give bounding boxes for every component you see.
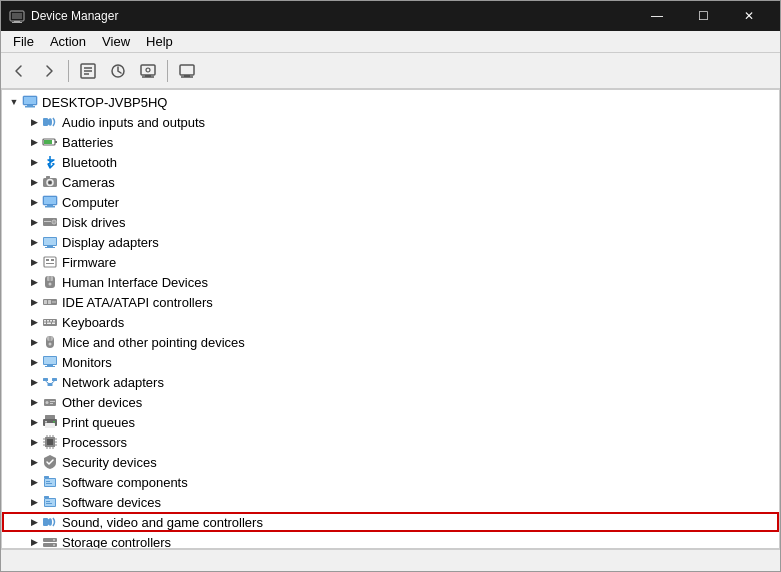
window-icon [9, 8, 25, 24]
device-manager-window: Device Manager — ☐ ✕ File Action View He… [0, 0, 781, 572]
software-components-arrow[interactable] [26, 474, 42, 490]
hid-arrow[interactable] [26, 274, 42, 290]
minimize-button[interactable]: — [634, 1, 680, 31]
software-devices-arrow[interactable] [26, 494, 42, 510]
tree-item-firmware[interactable]: Firmware [2, 252, 779, 272]
monitors-arrow[interactable] [26, 354, 42, 370]
tree-item-software-components[interactable]: Software components [2, 472, 779, 492]
tree-item-software-devices[interactable]: Software devices [2, 492, 779, 512]
other-devices-arrow[interactable] [26, 394, 42, 410]
maximize-button[interactable]: ☐ [680, 1, 726, 31]
keyboards-arrow[interactable] [26, 314, 42, 330]
network-arrow[interactable] [26, 374, 42, 390]
scan-button[interactable] [134, 57, 162, 85]
menu-file[interactable]: File [5, 32, 42, 51]
bluetooth-arrow[interactable] [26, 154, 42, 170]
tree-item-processors[interactable]: Processors [2, 432, 779, 452]
storage-arrow[interactable] [26, 534, 42, 549]
forward-button[interactable] [35, 57, 63, 85]
tree-item-cameras[interactable]: Cameras [2, 172, 779, 192]
svg-point-26 [49, 181, 52, 184]
security-arrow[interactable] [26, 454, 42, 470]
svg-rect-27 [46, 176, 50, 178]
svg-rect-31 [45, 206, 55, 208]
tree-item-security[interactable]: Security devices [2, 452, 779, 472]
disk-drives-arrow[interactable] [26, 214, 42, 230]
help-button[interactable] [173, 57, 201, 85]
display-adapters-label: Display adapters [62, 235, 159, 250]
tree-item-bluetooth[interactable]: Bluetooth [2, 152, 779, 172]
svg-rect-1 [12, 13, 22, 19]
sound-arrow[interactable] [26, 514, 42, 530]
cameras-icon [42, 174, 58, 190]
menu-action[interactable]: Action [42, 32, 94, 51]
menu-bar: File Action View Help [1, 31, 780, 53]
tree-item-ide[interactable]: IDE ATA/ATAPI controllers [2, 292, 779, 312]
menu-help[interactable]: Help [138, 32, 181, 51]
root-expand-arrow[interactable] [6, 94, 22, 110]
cameras-arrow[interactable] [26, 174, 42, 190]
firmware-label: Firmware [62, 255, 116, 270]
display-adapters-icon [42, 234, 58, 250]
back-button[interactable] [5, 57, 33, 85]
svg-rect-35 [44, 221, 51, 222]
toolbar-separator-1 [68, 60, 69, 82]
mice-label: Mice and other pointing devices [62, 335, 245, 350]
svg-rect-56 [53, 320, 55, 322]
tree-item-monitors[interactable]: Monitors [2, 352, 779, 372]
svg-rect-65 [44, 357, 56, 364]
update-driver-button[interactable] [104, 57, 132, 85]
svg-rect-75 [50, 401, 55, 402]
svg-rect-100 [44, 476, 49, 478]
tree-item-audio[interactable]: Audio inputs and outputs [2, 112, 779, 132]
properties-button[interactable] [74, 57, 102, 85]
tree-item-storage[interactable]: Storage controllers [2, 532, 779, 549]
svg-rect-49 [44, 300, 47, 304]
monitors-label: Monitors [62, 355, 112, 370]
batteries-label: Batteries [62, 135, 113, 150]
menu-view[interactable]: View [94, 32, 138, 51]
network-label: Network adapters [62, 375, 164, 390]
svg-rect-106 [43, 518, 48, 526]
svg-rect-37 [44, 238, 56, 245]
device-tree[interactable]: DESKTOP-JVBP5HQ Audio inputs and outputs [1, 89, 780, 549]
svg-rect-57 [44, 323, 46, 325]
tree-item-other-devices[interactable]: Other devices [2, 392, 779, 412]
svg-rect-9 [141, 65, 155, 75]
tree-item-mice[interactable]: Mice and other pointing devices [2, 332, 779, 352]
audio-arrow[interactable] [26, 114, 42, 130]
ide-arrow[interactable] [26, 294, 42, 310]
tree-root[interactable]: DESKTOP-JVBP5HQ [2, 92, 779, 112]
storage-label: Storage controllers [62, 535, 171, 550]
svg-rect-105 [44, 496, 49, 498]
tree-item-display-adapters[interactable]: Display adapters [2, 232, 779, 252]
tree-item-network[interactable]: Network adapters [2, 372, 779, 392]
disk-drives-label: Disk drives [62, 215, 126, 230]
tree-item-disk-drives[interactable]: Disk drives [2, 212, 779, 232]
storage-icon [42, 534, 58, 549]
software-devices-label: Software devices [62, 495, 161, 510]
firmware-arrow[interactable] [26, 254, 42, 270]
tree-item-keyboards[interactable]: Keyboards [2, 312, 779, 332]
svg-rect-54 [47, 320, 49, 322]
mice-arrow[interactable] [26, 334, 42, 350]
processors-arrow[interactable] [26, 434, 42, 450]
svg-point-47 [49, 283, 52, 286]
batteries-arrow[interactable] [26, 134, 42, 150]
computer-arrow[interactable] [26, 194, 42, 210]
svg-rect-41 [46, 259, 49, 261]
computer-label: Computer [62, 195, 119, 210]
tree-item-hid[interactable]: Human Interface Devices [2, 272, 779, 292]
svg-rect-17 [24, 97, 36, 104]
svg-point-63 [49, 343, 52, 346]
svg-rect-98 [46, 481, 50, 482]
svg-rect-59 [52, 323, 55, 325]
tree-item-print[interactable]: Print queues [2, 412, 779, 432]
display-adapters-arrow[interactable] [26, 234, 42, 250]
tree-item-computer[interactable]: Computer [2, 192, 779, 212]
tree-item-batteries[interactable]: Batteries [2, 132, 779, 152]
print-arrow[interactable] [26, 414, 42, 430]
tree-item-sound[interactable]: Sound, video and game controllers [2, 512, 779, 532]
close-button[interactable]: ✕ [726, 1, 772, 31]
svg-rect-104 [46, 503, 52, 504]
